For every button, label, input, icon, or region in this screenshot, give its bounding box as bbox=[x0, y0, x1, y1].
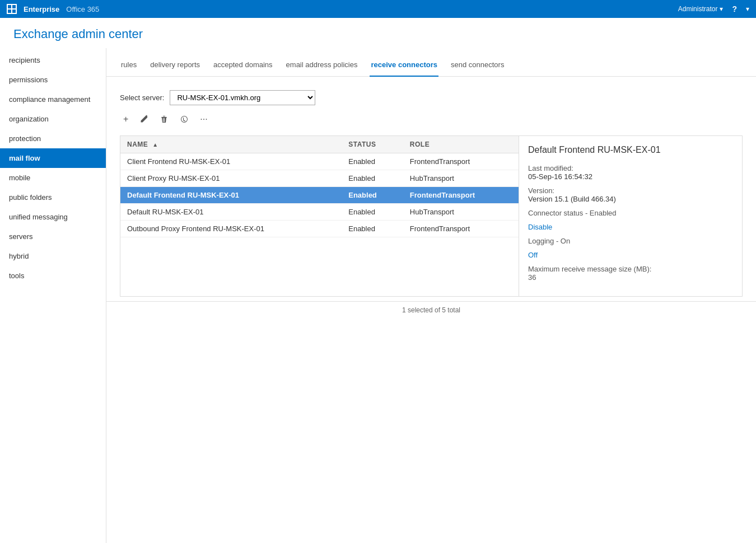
cell-role: FrontendTransport bbox=[403, 187, 519, 204]
cell-name: Outbound Proxy Frontend RU-MSK-EX-01 bbox=[120, 221, 342, 237]
toolbar-area: Select server: RU-MSK-EX-01.vmkh.org + ·… bbox=[106, 86, 756, 135]
cell-name: Client Frontend RU-MSK-EX-01 bbox=[120, 153, 342, 170]
select-server-row: Select server: RU-MSK-EX-01.vmkh.org bbox=[120, 90, 743, 105]
disable-link[interactable]: Disable bbox=[528, 223, 733, 231]
detail-max-size-value: 36 bbox=[528, 273, 536, 282]
tab-email-address-policies[interactable]: email address policies bbox=[285, 57, 359, 77]
cell-status: Enabled bbox=[342, 153, 403, 170]
add-button[interactable]: + bbox=[120, 112, 132, 127]
sidebar-item-recipients[interactable]: recipients bbox=[0, 50, 106, 70]
table-row[interactable]: Client Frontend RU-MSK-EX-01EnabledFront… bbox=[120, 153, 519, 170]
cell-role: FrontendTransport bbox=[403, 221, 519, 237]
svg-rect-0 bbox=[8, 5, 11, 8]
table-row[interactable]: Client Proxy RU-MSK-EX-01EnabledHubTrans… bbox=[120, 170, 519, 187]
select-server-label: Select server: bbox=[120, 93, 164, 102]
col-name: NAME ▲ bbox=[120, 136, 342, 153]
app-logo bbox=[7, 4, 17, 14]
help-chevron-icon: ▾ bbox=[746, 5, 749, 13]
detail-connector-status-label: Connector status - Enabled bbox=[528, 209, 617, 217]
detail-panel: Default Frontend RU-MSK-EX-01 Last modif… bbox=[519, 135, 743, 297]
top-bar: Enterprise Office 365 Administrator ▾ ? … bbox=[0, 0, 756, 18]
tab-rules[interactable]: rules bbox=[120, 57, 138, 77]
detail-last-modified-label: Last modified: bbox=[528, 164, 573, 172]
detail-logging-label: Logging - On bbox=[528, 237, 570, 245]
tab-nav: rulesdelivery reportsaccepted domainsema… bbox=[106, 48, 756, 77]
admin-chevron-icon: ▾ bbox=[720, 5, 723, 13]
col-role: ROLE bbox=[403, 136, 519, 153]
table-panel: NAME ▲ STATUS ROLE Client Frontend RU-MS… bbox=[120, 135, 519, 297]
sort-icon: ▲ bbox=[152, 142, 158, 148]
sidebar-item-public-folders[interactable]: public folders bbox=[0, 188, 106, 207]
detail-version-label: Version: bbox=[528, 186, 554, 195]
top-bar-right: Administrator ▾ ? ▾ bbox=[678, 4, 749, 13]
detail-title: Default Frontend RU-MSK-EX-01 bbox=[528, 145, 733, 155]
cell-name: Default Frontend RU-MSK-EX-01 bbox=[120, 187, 342, 204]
table-body: Client Frontend RU-MSK-EX-01EnabledFront… bbox=[120, 153, 519, 237]
sidebar-item-tools[interactable]: tools bbox=[0, 266, 106, 285]
server-select[interactable]: RU-MSK-EX-01.vmkh.org bbox=[170, 90, 315, 105]
main-content: rulesdelivery reportsaccepted domainsema… bbox=[106, 48, 756, 543]
page-title: Exchange admin center bbox=[0, 18, 756, 48]
svg-rect-2 bbox=[8, 10, 11, 13]
svg-rect-1 bbox=[12, 5, 16, 8]
tab-send-connectors[interactable]: send connectors bbox=[450, 57, 505, 77]
sidebar-item-protection[interactable]: protection bbox=[0, 129, 106, 148]
detail-max-size-label: Maximum receive message size (MB): bbox=[528, 265, 651, 273]
detail-connector-status: Connector status - Enabled bbox=[528, 209, 733, 217]
cell-role: HubTransport bbox=[403, 170, 519, 187]
action-bar: + ··· bbox=[120, 112, 743, 127]
table-row[interactable]: Default Frontend RU-MSK-EX-01EnabledFron… bbox=[120, 187, 519, 204]
sidebar: recipientspermissionscompliance manageme… bbox=[0, 48, 106, 543]
tab-delivery-reports[interactable]: delivery reports bbox=[149, 57, 201, 77]
tab-receive-connectors[interactable]: receive connectors bbox=[370, 57, 438, 77]
top-bar-left: Enterprise Office 365 bbox=[7, 4, 99, 14]
sidebar-item-permissions[interactable]: permissions bbox=[0, 70, 106, 90]
table-row[interactable]: Default RU-MSK-EX-01EnabledHubTransport bbox=[120, 204, 519, 221]
detail-version: Version: Version 15.1 (Build 466.34) bbox=[528, 186, 733, 203]
off-link[interactable]: Off bbox=[528, 251, 733, 259]
app-title: Enterprise bbox=[24, 5, 59, 13]
status-bar: 1 selected of 5 total bbox=[106, 301, 756, 319]
table-header: NAME ▲ STATUS ROLE bbox=[120, 136, 519, 153]
app-subtitle: Office 365 bbox=[66, 5, 99, 13]
connectors-table: NAME ▲ STATUS ROLE Client Frontend RU-MS… bbox=[120, 136, 519, 237]
detail-last-modified: Last modified: 05-Sep-16 16:54:32 bbox=[528, 164, 733, 181]
cell-name: Client Proxy RU-MSK-EX-01 bbox=[120, 170, 342, 187]
refresh-button[interactable] bbox=[176, 113, 192, 126]
cell-status: Enabled bbox=[342, 170, 403, 187]
status-text: 1 selected of 5 total bbox=[402, 306, 460, 314]
detail-max-size: Maximum receive message size (MB): 36 bbox=[528, 265, 733, 282]
cell-status: Enabled bbox=[342, 204, 403, 221]
admin-menu[interactable]: Administrator ▾ bbox=[678, 5, 724, 13]
cell-name: Default RU-MSK-EX-01 bbox=[120, 204, 342, 221]
sidebar-item-compliance-management[interactable]: compliance management bbox=[0, 90, 106, 109]
sidebar-item-unified-messaging[interactable]: unified messaging bbox=[0, 207, 106, 227]
help-button[interactable]: ? bbox=[732, 4, 737, 13]
detail-logging: Logging - On bbox=[528, 237, 733, 245]
cell-role: FrontendTransport bbox=[403, 153, 519, 170]
sidebar-item-mail-flow[interactable]: mail flow bbox=[0, 148, 106, 168]
table-row[interactable]: Outbound Proxy Frontend RU-MSK-EX-01Enab… bbox=[120, 221, 519, 237]
detail-version-value: Version 15.1 (Build 466.34) bbox=[528, 195, 616, 203]
sidebar-item-hybrid[interactable]: hybrid bbox=[0, 246, 106, 266]
tab-accepted-domains[interactable]: accepted domains bbox=[212, 57, 274, 77]
cell-role: HubTransport bbox=[403, 204, 519, 221]
cell-status: Enabled bbox=[342, 221, 403, 237]
col-status: STATUS bbox=[342, 136, 403, 153]
delete-button[interactable] bbox=[156, 113, 172, 126]
admin-label: Administrator bbox=[678, 5, 718, 13]
sidebar-item-mobile[interactable]: mobile bbox=[0, 168, 106, 188]
detail-last-modified-value: 05-Sep-16 16:54:32 bbox=[528, 172, 592, 181]
sidebar-item-servers[interactable]: servers bbox=[0, 227, 106, 246]
edit-button[interactable] bbox=[136, 113, 152, 126]
cell-status: Enabled bbox=[342, 187, 403, 204]
main-layout: recipientspermissionscompliance manageme… bbox=[0, 48, 756, 543]
more-button[interactable]: ··· bbox=[197, 112, 211, 127]
sidebar-item-organization[interactable]: organization bbox=[0, 109, 106, 129]
content-split: NAME ▲ STATUS ROLE Client Frontend RU-MS… bbox=[120, 135, 743, 297]
svg-rect-3 bbox=[12, 10, 16, 13]
